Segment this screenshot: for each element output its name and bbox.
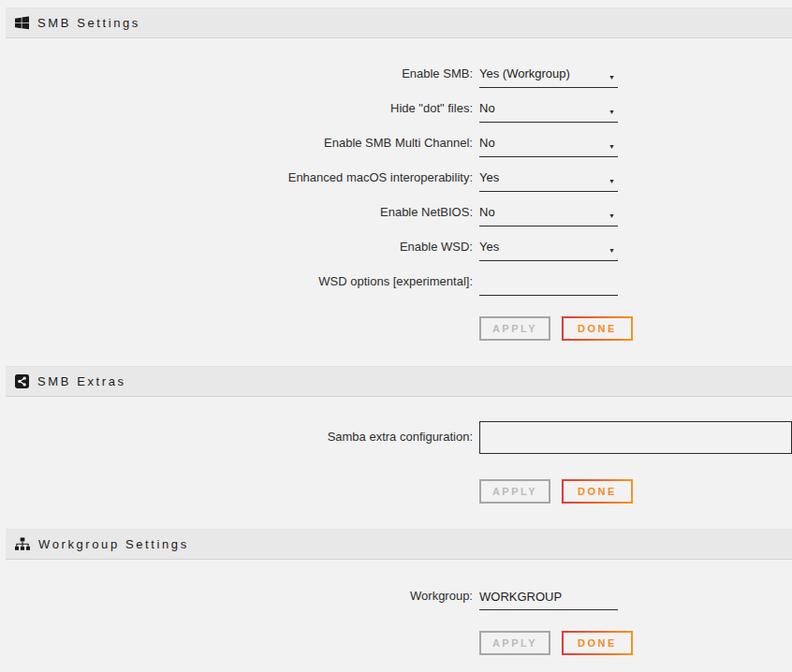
- section-header-smb-settings: SMB Settings: [6, 7, 792, 38]
- caret-down-icon: ▼: [609, 66, 618, 85]
- form-row-macos-interop: Enhanced macOS interoperability: Yes ▼: [0, 170, 792, 192]
- netbios-label: Enable NetBIOS:: [0, 205, 473, 220]
- caret-down-icon: ▼: [609, 240, 618, 258]
- smb-settings-buttons: APPLY DONE: [479, 316, 792, 366]
- hide-dot-files-label: Hide "dot" files:: [0, 101, 473, 116]
- section-title: SMB Settings: [37, 16, 140, 31]
- caret-down-icon: ▼: [609, 136, 618, 154]
- select-value: No: [479, 136, 495, 151]
- section-workgroup-settings: Workgroup Settings Workgroup: APPLY DONE: [0, 529, 792, 672]
- caret-down-icon: ▼: [609, 101, 618, 120]
- form-row-hide-dot-files: Hide "dot" files: No ▼: [0, 101, 792, 123]
- section-header-workgroup-settings: Workgroup Settings: [6, 529, 792, 560]
- section-title: SMB Extras: [37, 374, 126, 389]
- apply-button[interactable]: APPLY: [479, 316, 550, 341]
- macos-interop-label: Enhanced macOS interoperability:: [0, 170, 473, 185]
- hide-dot-files-select[interactable]: No ▼: [479, 101, 618, 123]
- section-header-smb-extras: SMB Extras: [6, 366, 792, 397]
- smb-settings-page: SMB Settings Enable SMB: Yes (Workgroup)…: [0, 7, 792, 672]
- caret-down-icon: ▼: [609, 170, 618, 189]
- select-value: Yes: [479, 240, 499, 255]
- smb-extras-form: Samba extra configuration: APPLY DONE: [0, 397, 792, 529]
- enable-smb-label: Enable SMB:: [0, 66, 473, 81]
- form-row-wsd: Enable WSD: Yes ▼: [0, 240, 792, 261]
- enable-smb-select[interactable]: Yes (Workgroup) ▼: [479, 66, 618, 88]
- form-row-enable-smb: Enable SMB: Yes (Workgroup) ▼: [0, 66, 792, 88]
- wsd-options-label: WSD options [experimental]:: [0, 274, 473, 289]
- smb-multi-channel-select[interactable]: No ▼: [479, 136, 618, 157]
- wsd-options-input[interactable]: [479, 274, 618, 296]
- workgroup-form: Workgroup: APPLY DONE: [0, 560, 792, 672]
- caret-down-icon: ▼: [609, 205, 618, 224]
- wsd-select[interactable]: Yes ▼: [479, 240, 618, 261]
- samba-extra-label: Samba extra configuration:: [0, 421, 473, 445]
- apply-button[interactable]: APPLY: [479, 479, 550, 504]
- form-row-netbios: Enable NetBIOS: No ▼: [0, 205, 792, 226]
- workgroup-buttons: APPLY DONE: [479, 631, 792, 672]
- section-title: Workgroup Settings: [38, 537, 189, 552]
- smb-extras-buttons: APPLY DONE: [479, 479, 792, 529]
- form-row-workgroup: Workgroup:: [0, 589, 792, 610]
- done-button[interactable]: DONE: [562, 479, 633, 504]
- macos-interop-select[interactable]: Yes ▼: [479, 170, 618, 192]
- form-row-wsd-options: WSD options [experimental]:: [0, 274, 792, 296]
- wsd-label: Enable WSD:: [0, 240, 473, 255]
- select-value: No: [479, 205, 495, 220]
- workgroup-label: Workgroup:: [0, 589, 473, 604]
- share-icon: [15, 374, 29, 388]
- section-smb-settings: SMB Settings Enable SMB: Yes (Workgroup)…: [0, 7, 792, 366]
- smb-settings-form: Enable SMB: Yes (Workgroup) ▼ Hide "dot"…: [0, 38, 792, 366]
- select-value: Yes (Workgroup): [479, 66, 570, 81]
- smb-multi-channel-label: Enable SMB Multi Channel:: [0, 136, 473, 151]
- select-value: Yes: [479, 170, 499, 185]
- form-row-samba-extra: Samba extra configuration:: [0, 421, 792, 454]
- workgroup-input[interactable]: [479, 589, 618, 610]
- done-button[interactable]: DONE: [562, 631, 633, 655]
- select-value: No: [479, 101, 495, 116]
- apply-button[interactable]: APPLY: [479, 631, 550, 655]
- form-row-smb-multi-channel: Enable SMB Multi Channel: No ▼: [0, 136, 792, 157]
- windows-icon: [15, 16, 29, 30]
- samba-extra-config-textarea[interactable]: [479, 421, 792, 454]
- sitemap-icon: [15, 537, 30, 551]
- section-smb-extras: SMB Extras Samba extra configuration: AP…: [0, 366, 792, 529]
- netbios-select[interactable]: No ▼: [479, 205, 618, 226]
- done-button[interactable]: DONE: [562, 316, 633, 341]
